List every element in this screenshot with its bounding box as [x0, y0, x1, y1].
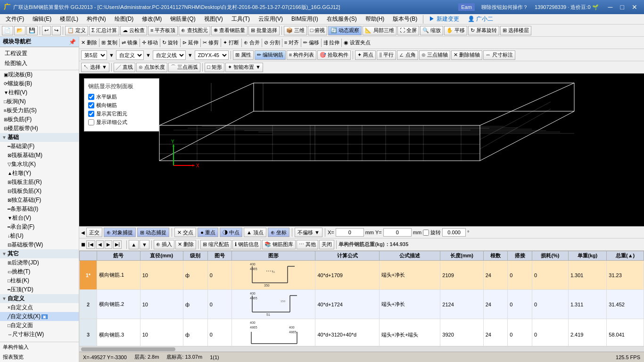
line-tool-btn[interactable]: ╱ 直线	[114, 63, 135, 72]
no-bias-btn[interactable]: 不偏移 ▼	[295, 228, 322, 237]
scroll-thumb[interactable]	[81, 347, 175, 351]
cell-jin-hao-2[interactable]: 横向钢筋.2	[97, 290, 140, 319]
cell-overlap-3[interactable]: 0	[508, 319, 532, 346]
tree-group-foundation[interactable]: ▼ 基础	[0, 133, 79, 142]
show-formula-option[interactable]: 显示详细公式	[88, 119, 155, 126]
table-row[interactable]: 3 横向钢筋.3 10 ф 0 40	[80, 319, 644, 346]
intersection-btn[interactable]: ✕ 交点	[174, 228, 196, 237]
tree-item-spiral-slab[interactable]: ⟳ 螺旋板(B)	[0, 79, 79, 88]
tree-item-col-pier[interactable]: ▲ 柱墩(Y)	[0, 169, 79, 178]
menu-version[interactable]: 版本号(B)	[389, 14, 421, 24]
cell-total-weight-2[interactable]: 31.452	[607, 290, 644, 319]
open-btn[interactable]: 📂	[14, 26, 25, 35]
parallel-btn[interactable]: ∥ 平行	[377, 50, 396, 60]
other-expand-icon[interactable]: ▼	[2, 251, 7, 256]
menu-new-change[interactable]: ▶ 新建变更	[425, 14, 462, 24]
property-btn[interactable]: ⊞ 属性	[233, 50, 254, 60]
maximize-button[interactable]: □	[618, 2, 627, 12]
cell-length-3[interactable]: 3920	[440, 319, 483, 346]
cell-jin-hao-1[interactable]: 横向钢筋.1	[97, 261, 140, 290]
local-3d-btn[interactable]: 📐 局部三维	[363, 26, 396, 35]
delete-axis-btn[interactable]: ✕ 删除辅轴	[451, 50, 482, 60]
menu-edit[interactable]: 编辑(E)	[29, 14, 55, 24]
tree-item-found-beam[interactable]: ━ 基础梁(F)	[0, 142, 79, 151]
zdyx-select[interactable]: ZDYX-45	[195, 50, 229, 60]
dim-note-btn[interactable]: ↔ 尺寸标注	[483, 50, 515, 60]
cell-count-1[interactable]: 24	[483, 261, 508, 290]
menu-component[interactable]: 构件(N)	[83, 14, 110, 24]
menu-floor[interactable]: 楼层(L)	[56, 14, 82, 24]
tree-item-raft-neg[interactable]: ⊟ 筏板负筋(X)	[0, 187, 79, 196]
custom-expand-icon[interactable]: ▼	[2, 296, 7, 301]
custom-line-select[interactable]: 自定义线	[153, 50, 186, 60]
tree-item-slab-neg[interactable]: ⊞ 板负筋(F)	[0, 115, 79, 124]
orthogonal-btn[interactable]: 正交	[86, 228, 102, 237]
cell-count-2[interactable]: 24	[483, 290, 508, 319]
three-point-axis-btn[interactable]: ⊙ 三点辅轴	[419, 50, 450, 60]
single-component-input[interactable]: 单构件输入	[0, 342, 79, 352]
rebar-info-btn[interactable]: ℹ 钢筋信息	[232, 240, 261, 249]
cell-diameter-2[interactable]: 10	[140, 290, 183, 319]
cell-total-weight-1[interactable]: 31.23	[607, 261, 644, 290]
redo-btn[interactable]: ↪	[52, 26, 61, 35]
tree-item-post-cast[interactable]: ⊞ 后浇带(JD)	[0, 258, 79, 267]
select-tool-btn[interactable]: ↖ 选择 ▼	[81, 63, 109, 72]
pick-component-btn[interactable]: 🎯 拾取构件	[317, 50, 351, 60]
menu-file[interactable]: 文件(F)	[2, 14, 28, 24]
cell-length-1[interactable]: 2109	[440, 261, 483, 290]
cell-grade-3[interactable]: ф	[183, 319, 208, 346]
plan-btn[interactable]: □ 俯视	[308, 26, 328, 35]
tree-item-raft-found[interactable]: ⊠ 筏板基础(M)	[0, 151, 79, 160]
rect-tool-btn[interactable]: □ 矩形	[205, 63, 224, 72]
cell-overlap-2[interactable]: 0	[508, 290, 532, 319]
cell-diameter-3[interactable]: 10	[140, 319, 183, 346]
tree-item-floor-band[interactable]: ⊟ 楼层板带(H)	[0, 124, 79, 133]
move-up-btn[interactable]: ▲	[129, 240, 139, 249]
rotate-screen-btn[interactable]: ↻ 屏幕旋转	[468, 26, 499, 35]
menu-tools[interactable]: 工具(T)	[228, 14, 254, 24]
tree-item-dim-annotation[interactable]: ↔ 尺寸标注(W)	[0, 330, 79, 339]
tree-item-pile-beam[interactable]: ━ 承台梁(F)	[0, 222, 79, 231]
dynamic-view-btn[interactable]: 🔄 动态观察	[328, 26, 362, 35]
cell-fig-num-2[interactable]: 0	[207, 290, 232, 319]
3d-btn[interactable]: 📦 三维	[284, 26, 307, 35]
table-row[interactable]: 1* 横向钢筋.1 10 ф 0	[80, 261, 644, 290]
cell-grade-2[interactable]: ф	[183, 290, 208, 319]
tree-item-slab-rebar[interactable]: ≡ 板受力筋(S)	[0, 106, 79, 115]
table-row[interactable]: 2 横向钢筋.2 10 ф 0 40	[80, 290, 644, 319]
menu-bim[interactable]: BIM应用(I)	[288, 14, 322, 24]
cell-waste-3[interactable]: 0	[532, 319, 568, 346]
tree-item-custom-face[interactable]: □ 自定义面	[0, 321, 79, 330]
nav-prev-btn[interactable]: ◀	[96, 240, 104, 249]
menu-guang[interactable]: 👤 广小二	[464, 14, 497, 24]
minimize-button[interactable]: ─	[605, 2, 616, 12]
zoom-rebar-btn[interactable]: ⊞ 缩尺配筋	[200, 240, 231, 249]
menu-online[interactable]: 在线服务(S)	[323, 14, 361, 24]
close-button[interactable]: ✕	[629, 2, 640, 12]
custom-select[interactable]: 自定义	[116, 50, 144, 60]
viewport-3d[interactable]: 钢筋显示控制面板 水平纵筋 横向钢筋 显示其它图元 显示详细公式	[79, 74, 644, 226]
table-delete-btn[interactable]: ✕ 删除	[175, 240, 196, 249]
save-btn[interactable]: 💾	[26, 26, 38, 35]
x-input[interactable]	[336, 228, 364, 237]
foundation-expand-icon[interactable]: ▼	[2, 135, 7, 140]
nav-last-btn[interactable]: ▶|	[113, 240, 122, 249]
rotate-input[interactable]	[442, 228, 466, 237]
nav-draw-input[interactable]: 绘图输入	[1, 59, 78, 68]
tree-item-pile-cap[interactable]: ▼ 桩台(V)	[0, 214, 79, 222]
tree-item-pile[interactable]: ↓ 桩(U)	[0, 231, 79, 240]
tree-item-cornice[interactable]: ▭ 挑檐(T)	[0, 267, 79, 276]
define-btn[interactable]: 📋 定义	[65, 26, 88, 35]
table-scroll-bar[interactable]	[79, 346, 644, 352]
cell-total-weight-3[interactable]: 58.041	[607, 319, 644, 346]
angle-btn[interactable]: ∠ 点角	[397, 50, 418, 60]
cell-overlap-1[interactable]: 0	[508, 261, 532, 290]
rotate-checkbox[interactable]	[423, 230, 429, 236]
nav-next-btn[interactable]: ▶	[105, 240, 112, 249]
report-preview[interactable]: 报表预览	[0, 352, 79, 362]
nav-first-btn[interactable]: |◀	[86, 240, 95, 249]
cell-unit-weight-1[interactable]: 1.301	[568, 261, 606, 290]
tree-item-found-band[interactable]: ⊟ 基础板带(W)	[0, 240, 79, 249]
new-btn[interactable]: 📄	[2, 26, 13, 35]
cell-length-2[interactable]: 2124	[440, 290, 483, 319]
